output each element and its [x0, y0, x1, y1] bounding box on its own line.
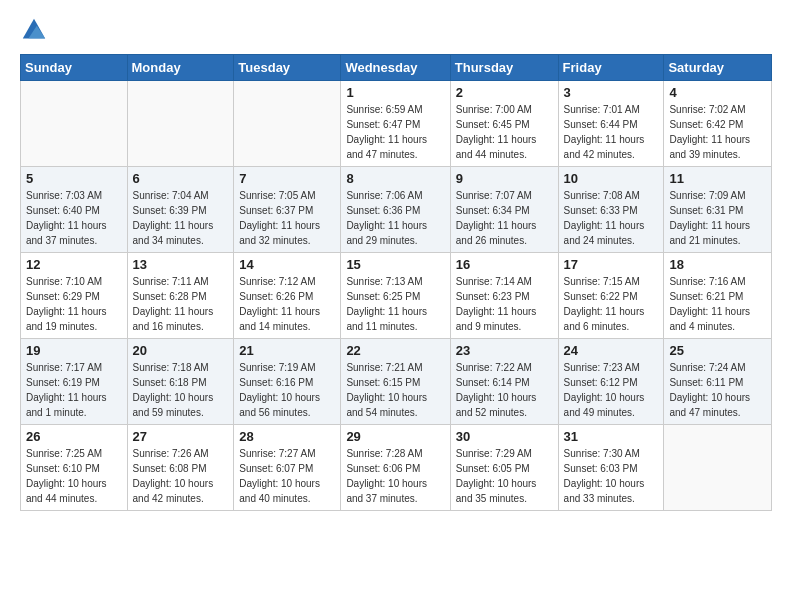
day-number: 18 — [669, 257, 766, 272]
day-number: 5 — [26, 171, 122, 186]
day-number: 21 — [239, 343, 335, 358]
calendar-cell: 21Sunrise: 7:19 AM Sunset: 6:16 PM Dayli… — [234, 339, 341, 425]
day-info: Sunrise: 7:12 AM Sunset: 6:26 PM Dayligh… — [239, 274, 335, 334]
calendar-cell: 7Sunrise: 7:05 AM Sunset: 6:37 PM Daylig… — [234, 167, 341, 253]
day-info: Sunrise: 6:59 AM Sunset: 6:47 PM Dayligh… — [346, 102, 444, 162]
day-info: Sunrise: 7:10 AM Sunset: 6:29 PM Dayligh… — [26, 274, 122, 334]
calendar-cell: 3Sunrise: 7:01 AM Sunset: 6:44 PM Daylig… — [558, 81, 664, 167]
day-number: 29 — [346, 429, 444, 444]
calendar-table: SundayMondayTuesdayWednesdayThursdayFrid… — [20, 54, 772, 511]
day-info: Sunrise: 7:08 AM Sunset: 6:33 PM Dayligh… — [564, 188, 659, 248]
calendar-cell: 4Sunrise: 7:02 AM Sunset: 6:42 PM Daylig… — [664, 81, 772, 167]
day-number: 20 — [133, 343, 229, 358]
calendar-header-wednesday: Wednesday — [341, 55, 450, 81]
day-info: Sunrise: 7:30 AM Sunset: 6:03 PM Dayligh… — [564, 446, 659, 506]
day-info: Sunrise: 7:23 AM Sunset: 6:12 PM Dayligh… — [564, 360, 659, 420]
calendar-week-row: 5Sunrise: 7:03 AM Sunset: 6:40 PM Daylig… — [21, 167, 772, 253]
calendar-cell: 26Sunrise: 7:25 AM Sunset: 6:10 PM Dayli… — [21, 425, 128, 511]
day-info: Sunrise: 7:07 AM Sunset: 6:34 PM Dayligh… — [456, 188, 553, 248]
day-info: Sunrise: 7:21 AM Sunset: 6:15 PM Dayligh… — [346, 360, 444, 420]
calendar-cell: 17Sunrise: 7:15 AM Sunset: 6:22 PM Dayli… — [558, 253, 664, 339]
calendar-cell: 10Sunrise: 7:08 AM Sunset: 6:33 PM Dayli… — [558, 167, 664, 253]
day-info: Sunrise: 7:14 AM Sunset: 6:23 PM Dayligh… — [456, 274, 553, 334]
calendar-cell — [21, 81, 128, 167]
day-number: 13 — [133, 257, 229, 272]
day-number: 22 — [346, 343, 444, 358]
calendar-cell: 25Sunrise: 7:24 AM Sunset: 6:11 PM Dayli… — [664, 339, 772, 425]
calendar-cell: 15Sunrise: 7:13 AM Sunset: 6:25 PM Dayli… — [341, 253, 450, 339]
day-number: 28 — [239, 429, 335, 444]
day-number: 19 — [26, 343, 122, 358]
calendar-week-row: 1Sunrise: 6:59 AM Sunset: 6:47 PM Daylig… — [21, 81, 772, 167]
day-number: 27 — [133, 429, 229, 444]
calendar-cell: 13Sunrise: 7:11 AM Sunset: 6:28 PM Dayli… — [127, 253, 234, 339]
day-number: 2 — [456, 85, 553, 100]
calendar-cell: 1Sunrise: 6:59 AM Sunset: 6:47 PM Daylig… — [341, 81, 450, 167]
day-info: Sunrise: 7:19 AM Sunset: 6:16 PM Dayligh… — [239, 360, 335, 420]
day-number: 9 — [456, 171, 553, 186]
day-info: Sunrise: 7:05 AM Sunset: 6:37 PM Dayligh… — [239, 188, 335, 248]
calendar-header-row: SundayMondayTuesdayWednesdayThursdayFrid… — [21, 55, 772, 81]
day-info: Sunrise: 7:25 AM Sunset: 6:10 PM Dayligh… — [26, 446, 122, 506]
calendar-cell — [127, 81, 234, 167]
day-info: Sunrise: 7:24 AM Sunset: 6:11 PM Dayligh… — [669, 360, 766, 420]
day-info: Sunrise: 7:11 AM Sunset: 6:28 PM Dayligh… — [133, 274, 229, 334]
day-info: Sunrise: 7:03 AM Sunset: 6:40 PM Dayligh… — [26, 188, 122, 248]
calendar-cell: 5Sunrise: 7:03 AM Sunset: 6:40 PM Daylig… — [21, 167, 128, 253]
calendar-cell: 18Sunrise: 7:16 AM Sunset: 6:21 PM Dayli… — [664, 253, 772, 339]
day-number: 11 — [669, 171, 766, 186]
day-number: 6 — [133, 171, 229, 186]
day-number: 3 — [564, 85, 659, 100]
calendar-cell — [664, 425, 772, 511]
calendar-week-row: 12Sunrise: 7:10 AM Sunset: 6:29 PM Dayli… — [21, 253, 772, 339]
day-info: Sunrise: 7:16 AM Sunset: 6:21 PM Dayligh… — [669, 274, 766, 334]
day-info: Sunrise: 7:13 AM Sunset: 6:25 PM Dayligh… — [346, 274, 444, 334]
calendar-cell: 23Sunrise: 7:22 AM Sunset: 6:14 PM Dayli… — [450, 339, 558, 425]
day-number: 26 — [26, 429, 122, 444]
day-number: 17 — [564, 257, 659, 272]
day-number: 1 — [346, 85, 444, 100]
day-info: Sunrise: 7:09 AM Sunset: 6:31 PM Dayligh… — [669, 188, 766, 248]
day-info: Sunrise: 7:15 AM Sunset: 6:22 PM Dayligh… — [564, 274, 659, 334]
day-info: Sunrise: 7:22 AM Sunset: 6:14 PM Dayligh… — [456, 360, 553, 420]
calendar-cell: 30Sunrise: 7:29 AM Sunset: 6:05 PM Dayli… — [450, 425, 558, 511]
day-info: Sunrise: 7:27 AM Sunset: 6:07 PM Dayligh… — [239, 446, 335, 506]
day-number: 30 — [456, 429, 553, 444]
day-number: 10 — [564, 171, 659, 186]
header — [20, 16, 772, 44]
calendar-cell: 9Sunrise: 7:07 AM Sunset: 6:34 PM Daylig… — [450, 167, 558, 253]
day-number: 14 — [239, 257, 335, 272]
calendar-cell: 24Sunrise: 7:23 AM Sunset: 6:12 PM Dayli… — [558, 339, 664, 425]
calendar-cell: 29Sunrise: 7:28 AM Sunset: 6:06 PM Dayli… — [341, 425, 450, 511]
day-info: Sunrise: 7:06 AM Sunset: 6:36 PM Dayligh… — [346, 188, 444, 248]
day-info: Sunrise: 7:04 AM Sunset: 6:39 PM Dayligh… — [133, 188, 229, 248]
calendar-cell: 16Sunrise: 7:14 AM Sunset: 6:23 PM Dayli… — [450, 253, 558, 339]
calendar-header-sunday: Sunday — [21, 55, 128, 81]
day-info: Sunrise: 7:02 AM Sunset: 6:42 PM Dayligh… — [669, 102, 766, 162]
calendar-header-tuesday: Tuesday — [234, 55, 341, 81]
day-info: Sunrise: 7:18 AM Sunset: 6:18 PM Dayligh… — [133, 360, 229, 420]
day-number: 23 — [456, 343, 553, 358]
calendar-cell: 11Sunrise: 7:09 AM Sunset: 6:31 PM Dayli… — [664, 167, 772, 253]
day-info: Sunrise: 7:01 AM Sunset: 6:44 PM Dayligh… — [564, 102, 659, 162]
logo-icon — [20, 16, 48, 44]
day-info: Sunrise: 7:29 AM Sunset: 6:05 PM Dayligh… — [456, 446, 553, 506]
calendar-cell: 14Sunrise: 7:12 AM Sunset: 6:26 PM Dayli… — [234, 253, 341, 339]
calendar-week-row: 26Sunrise: 7:25 AM Sunset: 6:10 PM Dayli… — [21, 425, 772, 511]
day-info: Sunrise: 7:17 AM Sunset: 6:19 PM Dayligh… — [26, 360, 122, 420]
calendar-cell: 8Sunrise: 7:06 AM Sunset: 6:36 PM Daylig… — [341, 167, 450, 253]
calendar-week-row: 19Sunrise: 7:17 AM Sunset: 6:19 PM Dayli… — [21, 339, 772, 425]
day-number: 15 — [346, 257, 444, 272]
logo — [20, 16, 52, 44]
day-number: 12 — [26, 257, 122, 272]
day-number: 24 — [564, 343, 659, 358]
calendar-cell: 22Sunrise: 7:21 AM Sunset: 6:15 PM Dayli… — [341, 339, 450, 425]
calendar-header-thursday: Thursday — [450, 55, 558, 81]
calendar-cell: 28Sunrise: 7:27 AM Sunset: 6:07 PM Dayli… — [234, 425, 341, 511]
calendar-cell — [234, 81, 341, 167]
day-info: Sunrise: 7:00 AM Sunset: 6:45 PM Dayligh… — [456, 102, 553, 162]
page: SundayMondayTuesdayWednesdayThursdayFrid… — [0, 0, 792, 612]
calendar-header-friday: Friday — [558, 55, 664, 81]
day-number: 7 — [239, 171, 335, 186]
calendar-cell: 31Sunrise: 7:30 AM Sunset: 6:03 PM Dayli… — [558, 425, 664, 511]
